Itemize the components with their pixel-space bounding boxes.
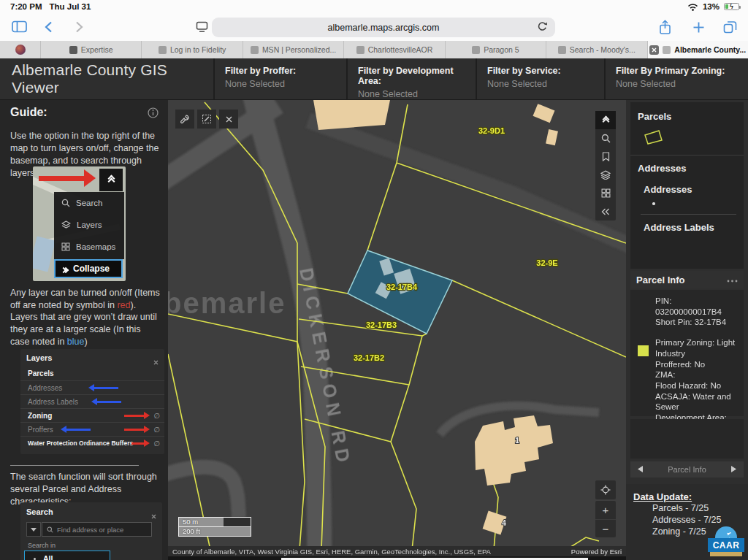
caar-logo-base bbox=[710, 552, 742, 556]
tabs-overview-icon[interactable] bbox=[723, 20, 737, 36]
tab-label: Expertise bbox=[81, 45, 113, 54]
share-icon[interactable] bbox=[659, 20, 671, 37]
svg-text:32-9E: 32-9E bbox=[536, 258, 557, 267]
url-text: albemarle.maps.arcgis.com bbox=[328, 23, 440, 33]
close-tools-button[interactable] bbox=[219, 110, 238, 129]
tab-label: Albemarle County... bbox=[674, 45, 746, 54]
mini-menu-collapse: Collapse bbox=[54, 259, 123, 278]
bookmark-icon bbox=[602, 152, 610, 161]
attribution-bar: County of Albemarle, VITA, West Virginia… bbox=[168, 546, 626, 556]
forward-icon[interactable] bbox=[75, 21, 84, 35]
pager-next-icon[interactable] bbox=[731, 465, 736, 474]
map-canvas[interactable]: bemarle DICKERSON RD bbox=[168, 100, 626, 550]
filter-label: Filter by Development Area: bbox=[358, 66, 476, 86]
caar-logo-text: CAAR bbox=[708, 538, 744, 552]
mini-menu-label: Search bbox=[76, 199, 102, 207]
filter-label: Filter by Proffer: bbox=[225, 66, 346, 76]
locate-button[interactable] bbox=[595, 480, 616, 499]
layers-button[interactable] bbox=[595, 166, 616, 184]
note-text: ). bbox=[130, 300, 136, 310]
tab-bar: Expertise Log in to Fidelity MSN | Perso… bbox=[0, 41, 748, 58]
parcel-info-title: Parcel Info bbox=[636, 275, 684, 285]
tab-moodys[interactable]: Search - Moody's... bbox=[546, 41, 647, 58]
mini-menu-label: Basemaps bbox=[76, 242, 115, 251]
address-dot-symbol bbox=[652, 202, 655, 205]
parcel-symbol bbox=[642, 129, 664, 147]
tab-close-icon[interactable] bbox=[649, 45, 659, 55]
filter-proffer[interactable]: Filter by Proffer: None Selected bbox=[213, 58, 346, 99]
measure-tool-button[interactable] bbox=[175, 110, 194, 129]
note-red-word: red bbox=[117, 300, 130, 310]
wrench-icon bbox=[180, 114, 190, 124]
parcel-info-header: Parcel Info bbox=[630, 271, 744, 288]
red-arrow-head bbox=[84, 169, 104, 187]
scale-bar: 50 m 200 ft bbox=[178, 518, 251, 537]
filter-label: Filter By Primary Zoning: bbox=[616, 66, 748, 76]
svg-text:32-9D1: 32-9D1 bbox=[478, 126, 505, 135]
sketch-tool-button[interactable] bbox=[197, 110, 216, 129]
parcel-detail: ACSAJA: Water and Sewer bbox=[655, 391, 739, 413]
note-text: Any layer can be turned on/off (Items of… bbox=[10, 288, 160, 310]
tab-fidelity[interactable]: Log in to Fidelity bbox=[142, 41, 243, 58]
parcel-short-pin: Short Pin: 32-17B4 bbox=[655, 317, 739, 328]
browser-toolbar: albemarle.maps.arcgis.com bbox=[0, 15, 748, 41]
blue-arrow bbox=[91, 387, 118, 389]
zoning-swatch bbox=[638, 345, 649, 356]
layer-row-zoning: Zoning ∅ bbox=[20, 408, 164, 422]
layer-row-addresses: Addresses bbox=[20, 380, 164, 394]
guide-search-screenshot: Search Find address or place Search in A… bbox=[20, 502, 162, 560]
wifi-icon bbox=[687, 3, 698, 11]
svg-text:32-17B2: 32-17B2 bbox=[354, 353, 384, 362]
filter-service[interactable]: Filter by Service: None Selected bbox=[476, 58, 604, 99]
tab-favicon bbox=[159, 46, 167, 54]
pager-prev-icon[interactable] bbox=[638, 465, 643, 474]
filter-development-area[interactable]: Filter by Development Area: None Selecte… bbox=[346, 58, 476, 99]
guide-panel: Guide: Use the option in the top right o… bbox=[0, 100, 168, 560]
bullet-icon bbox=[34, 558, 36, 560]
ellipsis-menu-icon[interactable] bbox=[727, 275, 738, 285]
tab-label: MSN | Personalized... bbox=[262, 45, 336, 54]
map-area: bemarle DICKERSON RD bbox=[168, 100, 626, 560]
search-widget-button[interactable] bbox=[595, 129, 616, 147]
collapse-widgets-button[interactable] bbox=[595, 202, 616, 220]
layers-demo-title: Layers bbox=[26, 353, 52, 362]
tab-favicon bbox=[558, 46, 566, 54]
tab-msn[interactable]: MSN | Personalized... bbox=[243, 41, 344, 58]
sketch-icon bbox=[202, 114, 212, 124]
layer-row-wpob: Water Protection Ordinance Buffers ∅ bbox=[20, 436, 164, 450]
guide-note2: Layers that are grey won’t draw until th… bbox=[10, 311, 160, 348]
info-icon[interactable] bbox=[148, 107, 159, 121]
tab-favicon bbox=[69, 46, 77, 54]
gis-viewer-app: Albemarle County GIS Viewer Filter by Pr… bbox=[0, 58, 748, 560]
pager-label: Parcel Info bbox=[668, 465, 706, 474]
scope-all-label: All bbox=[43, 554, 53, 560]
filter-primary-zoning[interactable]: Filter By Primary Zoning: None Selected bbox=[604, 58, 748, 99]
parcel-detail: Flood Hazard: No bbox=[655, 380, 739, 391]
tab-label: Search - Moody's... bbox=[570, 45, 636, 54]
url-bar[interactable]: albemarle.maps.arcgis.com bbox=[212, 18, 555, 37]
pinned-tab[interactable] bbox=[0, 41, 41, 58]
page-title: Albemarle County GIS Viewer bbox=[0, 58, 213, 99]
filter-value: None Selected bbox=[225, 79, 346, 89]
tab-charlottesvilleaor[interactable]: CharlottesvilleAOR bbox=[344, 41, 445, 58]
new-tab-icon[interactable] bbox=[692, 21, 705, 36]
zoom-out-button[interactable]: − bbox=[595, 519, 616, 537]
tab-expertise[interactable]: Expertise bbox=[41, 41, 142, 58]
parcel-info-pager: Parcel Info bbox=[630, 461, 744, 477]
reload-icon[interactable] bbox=[537, 21, 548, 34]
expand-button[interactable] bbox=[595, 111, 616, 129]
tab-format-icon[interactable] bbox=[196, 21, 208, 35]
filter-value: None Selected bbox=[358, 89, 476, 99]
basemap-button[interactable] bbox=[595, 184, 616, 202]
attribution-text: County of Albemarle, VITA, West Virginia… bbox=[172, 548, 491, 556]
sidebar-toggle-icon[interactable] bbox=[12, 20, 27, 35]
back-icon[interactable] bbox=[44, 21, 53, 35]
zoom-in-button[interactable]: + bbox=[595, 501, 616, 519]
tab-albemarle-active[interactable]: Albemarle County... bbox=[648, 41, 748, 58]
eye-off-icon: ∅ bbox=[153, 412, 160, 420]
data-update-item: Addresses - 7/25 bbox=[652, 514, 748, 526]
bookmarks-button[interactable] bbox=[595, 147, 616, 166]
search-icon bbox=[47, 526, 53, 533]
tab-paragon[interactable]: Paragon 5 bbox=[446, 41, 546, 58]
data-update-item: Parcels - 7/25 bbox=[652, 502, 748, 514]
